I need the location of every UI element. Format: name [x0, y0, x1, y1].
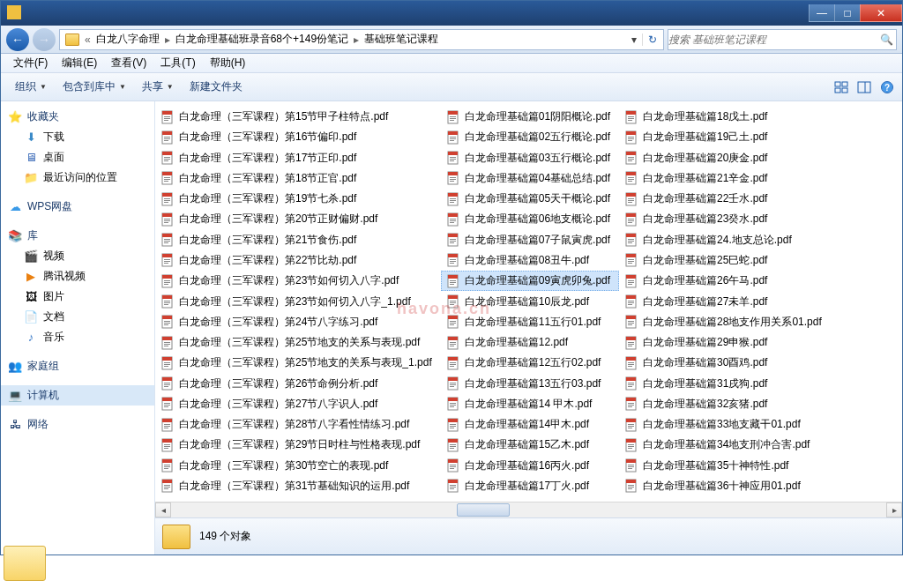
sidebar-pictures[interactable]: 🖼图片: [1, 287, 154, 307]
menu-view[interactable]: 查看(V): [104, 56, 153, 71]
file-item[interactable]: 白龙命理基础篇34地支刑冲合害.pdf: [619, 435, 831, 455]
menu-tools[interactable]: 工具(T): [153, 56, 202, 71]
address-bar[interactable]: « 白龙八字命理 ▸ 白龙命理基础班录音68个+149份笔记 ▸ 基础班笔记课程…: [59, 29, 664, 50]
file-item[interactable]: 白龙命理基础篇12.pdf: [441, 332, 619, 353]
menu-edit[interactable]: 编辑(E): [55, 56, 104, 71]
file-item[interactable]: 白龙命理基础篇28地支作用关系01.pdf: [619, 312, 831, 332]
maximize-button[interactable]: □: [834, 4, 861, 22]
new-folder-button[interactable]: 新建文件夹: [183, 77, 250, 97]
file-item[interactable]: 白龙命理基础篇20庚金.pdf: [619, 148, 831, 168]
horizontal-scrollbar[interactable]: ◂ ▸: [155, 502, 902, 517]
search-icon[interactable]: 🔍: [877, 33, 896, 46]
file-item[interactable]: 白龙命理（三军课程）第26节命例分析.pdf: [155, 373, 441, 393]
sidebar-libraries[interactable]: 📚库: [1, 226, 154, 246]
file-item[interactable]: 白龙命理基础篇05天干概论.pdf: [441, 189, 619, 209]
file-item[interactable]: 白龙命理基础篇29申猴.pdf: [619, 332, 831, 353]
file-item[interactable]: 白龙命理基础篇14甲木.pdf: [441, 414, 619, 435]
search-input[interactable]: [668, 33, 877, 46]
sidebar-downloads[interactable]: ⬇下载: [1, 127, 154, 147]
sidebar-computer[interactable]: 💻计算机: [1, 385, 154, 406]
file-item[interactable]: 白龙命理基础篇31戌狗.pdf: [619, 373, 831, 393]
forward-button[interactable]: →: [33, 28, 56, 51]
file-list[interactable]: 白龙命理（三军课程）第15节甲子柱特点.pdf白龙命理（三军课程）第16节偏印.…: [155, 101, 902, 502]
file-item[interactable]: 白龙命理基础篇22壬水.pdf: [619, 189, 831, 209]
file-item[interactable]: 白龙命理基础篇30酉鸡.pdf: [619, 353, 831, 373]
address-dropdown[interactable]: ▾: [626, 33, 642, 46]
file-item[interactable]: 白龙命理（三军课程）第28节八字看性情练习.pdf: [155, 414, 441, 435]
file-item[interactable]: 白龙命理（三军课程）第23节如何切入八字.pdf: [155, 271, 441, 291]
close-button[interactable]: ✕: [860, 4, 902, 22]
file-item[interactable]: 白龙命理基础篇17丁火.pdf: [441, 476, 619, 496]
file-item[interactable]: 白龙命理基础篇14 甲木.pdf: [441, 394, 619, 414]
file-item[interactable]: 白龙命理基础篇12五行02.pdf: [441, 353, 619, 373]
file-item[interactable]: 白龙命理基础篇36十神应用01.pdf: [619, 476, 831, 496]
scroll-left-button[interactable]: ◂: [155, 502, 171, 517]
file-item[interactable]: 白龙命理（三军课程）第24节八字练习.pdf: [155, 312, 441, 332]
search-box[interactable]: 🔍: [668, 29, 897, 50]
breadcrumb-seg-2[interactable]: 基础班笔记课程: [361, 32, 442, 47]
file-item[interactable]: 白龙命理基础篇33地支藏干01.pdf: [619, 414, 831, 435]
help-button[interactable]: ?: [879, 79, 895, 95]
file-item[interactable]: 白龙命理（三军课程）第31节基础知识的运用.pdf: [155, 476, 441, 496]
sidebar-recent[interactable]: 📁最近访问的位置: [1, 167, 154, 188]
file-item[interactable]: 白龙命理基础篇01阴阳概论.pdf: [441, 107, 619, 127]
file-item[interactable]: 白龙命理基础篇02五行概论.pdf: [441, 127, 619, 147]
file-item[interactable]: 白龙命理基础篇16丙火.pdf: [441, 456, 619, 476]
sidebar-homegroup[interactable]: 👥家庭组: [1, 356, 154, 376]
sidebar-video[interactable]: 🎬视频: [1, 246, 154, 266]
menu-file[interactable]: 文件(F): [6, 56, 55, 71]
file-item[interactable]: 白龙命理（三军课程）第19节七杀.pdf: [155, 189, 441, 209]
share-button[interactable]: 共享▼: [135, 77, 181, 97]
file-item[interactable]: 白龙命理基础篇09寅虎卯兔.pdf: [441, 271, 619, 291]
sidebar-network[interactable]: 🖧网络: [1, 414, 154, 435]
file-item[interactable]: 白龙命理（三军课程）第29节日时柱与性格表现.pdf: [155, 435, 441, 455]
file-item[interactable]: 白龙命理（三军课程）第16节偏印.pdf: [155, 127, 441, 147]
breadcrumb-seg-0[interactable]: 白龙八字命理: [93, 32, 163, 47]
view-options-button[interactable]: [833, 79, 849, 95]
file-item[interactable]: 白龙命理（三军课程）第17节正印.pdf: [155, 148, 441, 168]
file-item[interactable]: 白龙命理基础篇03五行概论.pdf: [441, 148, 619, 168]
file-item[interactable]: 白龙命理基础篇13五行03.pdf: [441, 373, 619, 393]
scroll-right-button[interactable]: ▸: [886, 502, 902, 517]
file-item[interactable]: 白龙命理（三军课程）第20节正财偏财.pdf: [155, 209, 441, 229]
file-item[interactable]: 白龙命理（三军课程）第21节食伤.pdf: [155, 230, 441, 250]
file-item[interactable]: 白龙命理基础篇19己土.pdf: [619, 127, 831, 147]
file-item[interactable]: 白龙命理基础篇24.地支总论.pdf: [619, 230, 831, 250]
menu-help[interactable]: 帮助(H): [203, 56, 253, 71]
sidebar-documents[interactable]: 📄文档: [1, 307, 154, 327]
file-item[interactable]: 白龙命理基础篇07子鼠寅虎.pdf: [441, 230, 619, 250]
include-library-button[interactable]: 包含到库中▼: [56, 77, 133, 97]
organize-button[interactable]: 组织▼: [8, 77, 54, 97]
file-item[interactable]: 白龙命理（三军课程）第15节甲子柱特点.pdf: [155, 107, 441, 127]
sidebar-wps[interactable]: ☁WPS网盘: [1, 197, 154, 217]
file-item[interactable]: 白龙命理（三军课程）第23节如何切入八字_1.pdf: [155, 291, 441, 311]
sidebar-favorites[interactable]: ⭐收藏夹: [1, 107, 154, 127]
breadcrumb-seg-1[interactable]: 白龙命理基础班录音68个+149份笔记: [172, 32, 352, 47]
file-item[interactable]: 白龙命理基础篇21辛金.pdf: [619, 168, 831, 189]
file-item[interactable]: 白龙命理基础篇04基础总结.pdf: [441, 168, 619, 189]
sidebar-desktop[interactable]: 🖥桌面: [1, 147, 154, 167]
file-item[interactable]: 白龙命理基础篇25巳蛇.pdf: [619, 250, 831, 271]
sidebar-tencent[interactable]: ▶腾讯视频: [1, 266, 154, 287]
file-item[interactable]: 白龙命理基础篇15乙木.pdf: [441, 435, 619, 455]
file-item[interactable]: 白龙命理（三军课程）第25节地支的关系与表现.pdf: [155, 332, 441, 353]
file-item[interactable]: 白龙命理基础篇35十神特性.pdf: [619, 456, 831, 476]
file-item[interactable]: 白龙命理基础篇26午马.pdf: [619, 271, 831, 291]
file-item[interactable]: 白龙命理（三军课程）第22节比劫.pdf: [155, 250, 441, 271]
refresh-button[interactable]: ↻: [642, 33, 661, 46]
back-button[interactable]: ←: [6, 28, 29, 51]
preview-pane-button[interactable]: [856, 79, 872, 95]
file-item[interactable]: 白龙命理基础篇06地支概论.pdf: [441, 209, 619, 229]
sidebar-music[interactable]: ♪音乐: [1, 327, 154, 347]
scroll-track[interactable]: [171, 502, 886, 517]
file-item[interactable]: 白龙命理基础篇27未羊.pdf: [619, 291, 831, 311]
file-item[interactable]: 白龙命理基础篇10辰龙.pdf: [441, 291, 619, 311]
file-item[interactable]: 白龙命理基础篇11五行01.pdf: [441, 312, 619, 332]
file-item[interactable]: 白龙命理基础篇08丑牛.pdf: [441, 250, 619, 271]
file-item[interactable]: 白龙命理（三军课程）第18节正官.pdf: [155, 168, 441, 189]
file-item[interactable]: 白龙命理基础篇23癸水.pdf: [619, 209, 831, 229]
file-item[interactable]: 白龙命理基础篇18戊土.pdf: [619, 107, 831, 127]
minimize-button[interactable]: —: [809, 4, 835, 22]
scroll-thumb[interactable]: [457, 503, 510, 517]
file-item[interactable]: 白龙命理（三军课程）第27节八字识人.pdf: [155, 394, 441, 414]
